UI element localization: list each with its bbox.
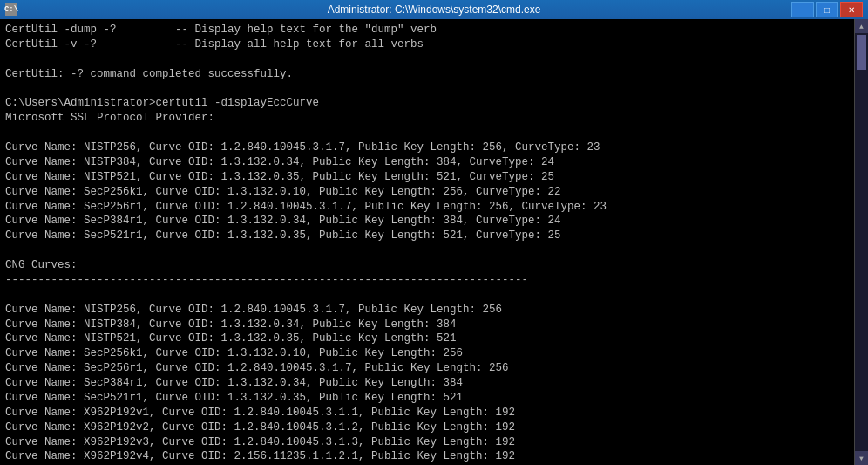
scrollbar[interactable]: ▲ ▼ [854,19,868,465]
terminal-line: CertUtil: -? command completed successfu… [5,67,849,82]
terminal-line: Curve Name: X962P192v3, Curve OID: 1.2.8… [5,435,849,450]
terminal-line: Curve Name: SecP256r1, Curve OID: 1.2.84… [5,361,849,376]
terminal-line: Curve Name: NISTP521, Curve OID: 1.3.132… [5,332,849,346]
titlebar-title: Administrator: C:\Windows\system32\cmd.e… [328,3,541,16]
titlebar-buttons: − □ ✕ [791,2,863,17]
terminal-line: Curve Name: SecP256r1, Curve OID: 1.2.84… [5,200,849,215]
close-button[interactable]: ✕ [840,2,863,17]
terminal-line: Microsoft SSL Protocol Provider: [5,111,849,126]
terminal-line: Curve Name: SecP256k1, Curve OID: 1.3.13… [5,346,849,361]
maximize-button[interactable]: □ [816,2,838,17]
terminal-line: Curve Name: SecP384r1, Curve OID: 1.3.13… [5,376,849,391]
terminal-line: Curve Name: NISTP384, Curve OID: 1.3.132… [5,155,849,170]
terminal-line: ----------------------------------------… [5,273,849,288]
scrollbar-track [855,33,868,451]
terminal-line [5,288,849,303]
terminal-line: Curve Name: NISTP384, Curve OID: 1.3.132… [5,318,849,332]
terminal-line: Curve Name: NISTP521, Curve OID: 1.3.132… [5,170,849,185]
titlebar: C:\ Administrator: C:\Windows\system32\c… [0,0,868,19]
terminal-line: CNG Curves: [5,258,849,273]
terminal-line [5,52,849,67]
scrollbar-thumb[interactable] [857,35,866,70]
terminal-line [5,243,849,258]
minimize-button[interactable]: − [791,2,814,17]
terminal-line: Curve Name: SecP521r1, Curve OID: 1.3.13… [5,229,849,243]
terminal-window: CertUtil -dump -? -- Display help text f… [0,19,868,465]
scrollbar-up-arrow[interactable]: ▲ [855,19,869,33]
terminal-line: Curve Name: NISTP256, Curve OID: 1.2.840… [5,140,849,155]
terminal-line: Curve Name: NISTP256, Curve OID: 1.2.840… [5,303,849,318]
titlebar-left: C:\ [5,3,17,16]
terminal-line: Curve Name: X962P192v2, Curve OID: 1.2.8… [5,421,849,435]
terminal-line: Curve Name: SecP256k1, Curve OID: 1.3.13… [5,185,849,200]
terminal-line: Curve Name: X962P192v1, Curve OID: 1.2.8… [5,406,849,421]
terminal-content: CertUtil -dump -? -- Display help text f… [5,23,849,462]
terminal-line: C:\Users\Administrator>certutil -display… [5,96,849,111]
terminal-line: CertUtil -v -? -- Display all help text … [5,38,849,52]
terminal-line: Curve Name: SecP384r1, Curve OID: 1.3.13… [5,214,849,229]
terminal-line [5,126,849,140]
terminal-line: CertUtil -dump -? -- Display help text f… [5,23,849,38]
terminal-line [5,82,849,97]
cmd-icon: C:\ [5,3,17,16]
scrollbar-down-arrow[interactable]: ▼ [855,451,869,465]
terminal-line: Curve Name: X962P192v4, Curve OID: 2.156… [5,449,849,462]
terminal-line: Curve Name: SecP521r1, Curve OID: 1.3.13… [5,391,849,406]
